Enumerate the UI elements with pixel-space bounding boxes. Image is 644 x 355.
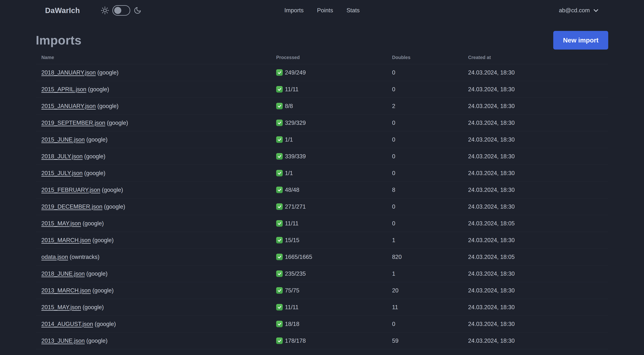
cell-processed: 1665/1665 [276, 254, 392, 260]
navbar: DaWarIch Imports P [0, 0, 644, 21]
app-logo: DaWarIch [45, 6, 80, 15]
table-row: 2019_DECEMBER.json (google) 271/271 0 24… [36, 198, 608, 215]
import-source: (google) [82, 304, 104, 311]
cell-doubles: 8 [392, 187, 468, 193]
import-file-link[interactable]: 2015_APRIL.json [41, 86, 86, 93]
import-file-link[interactable]: 2019_SEPTEMBER.json [41, 120, 105, 126]
import-file-link[interactable]: 2018_JUNE.json [41, 271, 85, 277]
import-file-link[interactable]: 2014_AUGUST.json [41, 321, 93, 327]
imports-table: Name Processed Doubles Created at 2018_J… [36, 51, 608, 355]
check-icon [276, 254, 283, 260]
cell-created-at: 24.03.2024, 18:30 [468, 153, 608, 160]
processed-count: 235/235 [285, 271, 306, 277]
import-file-link[interactable]: 2015_MARCH.json [41, 237, 91, 243]
import-source: (owntracks) [70, 254, 100, 260]
cell-doubles: 2 [392, 103, 468, 109]
import-file-link[interactable]: 2019_DECEMBER.json [41, 203, 102, 210]
processed-count: 339/339 [285, 153, 306, 160]
cell-name: 2018_JANUARY.json (google) [41, 69, 276, 76]
processed-count: 15/15 [285, 237, 300, 244]
import-file-link[interactable]: odata.json [41, 254, 68, 260]
table-row: odata.json (owntracks) 1665/1665 820 24.… [36, 249, 608, 265]
import-file-link[interactable]: 2018_JANUARY.json [41, 69, 96, 76]
import-file-link[interactable]: 2018_JULY.json [41, 153, 82, 160]
table-row: 2019_SEPTEMBER.json (google) 329/329 0 2… [36, 115, 608, 131]
theme-toggle[interactable] [112, 5, 130, 16]
import-source: (google) [84, 170, 106, 176]
cell-doubles: 0 [392, 86, 468, 93]
nav-link-points[interactable]: Points [317, 7, 333, 14]
cell-processed: 178/178 [276, 338, 392, 344]
column-header-created-at: Created at [468, 55, 608, 60]
main-nav: Imports Points Stats [284, 0, 360, 21]
new-import-button[interactable]: New import [553, 31, 608, 49]
import-file-link[interactable]: 2015_JULY.json [41, 170, 82, 176]
import-source: (google) [102, 187, 123, 193]
cell-created-at: 24.03.2024, 18:30 [468, 287, 608, 294]
cell-doubles: 0 [392, 170, 468, 177]
theme-toggle-group [101, 5, 142, 16]
cell-processed: 11/11 [276, 304, 392, 311]
table-row: 2015_MARCH.json (google) 15/15 1 24.03.2… [36, 232, 608, 249]
theme-toggle-knob[interactable] [114, 7, 121, 14]
processed-count: 329/329 [285, 120, 306, 126]
table-row: 2018_JULY.json (google) 339/339 0 24.03.… [36, 148, 608, 165]
import-file-link[interactable]: 2015_FEBRUARY.json [41, 187, 100, 193]
check-icon [276, 170, 283, 176]
cell-name: 2015_MAY.json (google) [41, 220, 276, 227]
table-row: 2013_MARCH.json (google) 75/75 20 24.03.… [36, 282, 608, 299]
cell-created-at: 24.03.2024, 18:05 [468, 220, 608, 227]
check-icon [276, 86, 283, 93]
cell-created-at: 24.03.2024, 18:30 [468, 103, 608, 109]
cell-created-at: 24.03.2024, 18:30 [468, 69, 608, 76]
check-icon [276, 304, 283, 311]
import-source: (google) [104, 203, 125, 210]
table-row: 2015_JULY.json (google) 1/1 0 24.03.2024… [36, 165, 608, 182]
cell-processed: 249/249 [276, 69, 392, 76]
nav-link-imports[interactable]: Imports [284, 7, 304, 14]
cell-processed: 18/18 [276, 321, 392, 328]
processed-count: 271/271 [285, 203, 306, 210]
processed-count: 11/11 [285, 86, 298, 93]
import-file-link[interactable]: 2015_MAY.json [41, 304, 81, 311]
import-file-link[interactable]: 2015_JANUARY.json [41, 103, 96, 109]
imports-page: DaWarIch Imports P [0, 0, 644, 355]
import-source: (google) [92, 287, 114, 294]
table-row: 2015_FEBRUARY.json (google) 48/48 8 24.0… [36, 182, 608, 198]
cell-doubles: 820 [392, 254, 468, 260]
cell-doubles: 0 [392, 153, 468, 160]
cell-created-at: 24.03.2024, 18:30 [468, 237, 608, 244]
import-source: (google) [86, 271, 108, 277]
column-header-processed: Processed [276, 55, 392, 60]
import-source: (google) [107, 120, 128, 126]
check-icon [276, 120, 283, 126]
cell-name: 2013_JUNE.json (google) [41, 338, 276, 344]
cell-name: 2015_MARCH.json (google) [41, 237, 276, 244]
table-row: 2015_JUNE.json (google) 1/1 0 24.03.2024… [36, 131, 608, 148]
table-row: 2018_JANUARY.json (google) 249/249 0 24.… [36, 64, 608, 81]
cell-processed: 339/339 [276, 153, 392, 160]
cell-processed: 48/48 [276, 187, 392, 193]
account-menu[interactable]: ab@cd.com [559, 7, 599, 14]
nav-link-stats[interactable]: Stats [346, 7, 360, 14]
cell-processed: 329/329 [276, 120, 392, 126]
cell-processed: 11/11 [276, 86, 392, 93]
import-source: (google) [86, 338, 108, 344]
cell-created-at: 24.03.2024, 18:30 [468, 321, 608, 328]
check-icon [276, 69, 283, 76]
processed-count: 8/8 [285, 103, 293, 109]
cell-processed: 1/1 [276, 136, 392, 143]
import-file-link[interactable]: 2015_JUNE.json [41, 136, 85, 143]
cell-created-at: 24.03.2024, 18:30 [468, 86, 608, 93]
import-file-link[interactable]: 2013_MARCH.json [41, 287, 91, 294]
table-row: 2015_MAY.json (google) 11/11 11 24.03.20… [36, 299, 608, 316]
page-head: Imports New import [36, 30, 608, 51]
import-file-link[interactable]: 2013_JUNE.json [41, 338, 85, 344]
table-row: 2014_AUGUST.json (google) 18/18 0 24.03.… [36, 316, 608, 333]
table-row: 2013_JUNE.json (google) 178/178 59 24.03… [36, 333, 608, 349]
cell-name: 2014_AUGUST.json (google) [41, 321, 276, 328]
cell-doubles: 0 [392, 321, 468, 328]
check-icon [276, 338, 283, 344]
processed-count: 249/249 [285, 69, 306, 76]
import-file-link[interactable]: 2015_MAY.json [41, 220, 81, 227]
